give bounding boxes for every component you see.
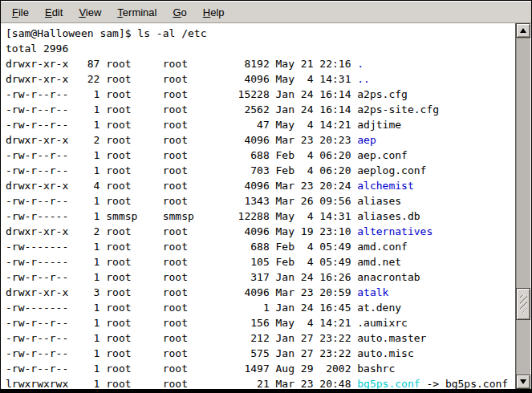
terminal-line: -rw-r--r-- 1 root root 575 Jan 27 23:22 …: [6, 346, 517, 361]
line-text: [sam@Halloween sam]$ ls -al /etc: [6, 27, 206, 39]
line-text: drwxr-xr-x 22 root root 4096 May 4 14:31: [6, 73, 357, 85]
line-text: drwxr-xr-x 2 root root 4096 May 19 23:10: [6, 225, 357, 237]
terminal-line: drwxr-xr-x 87 root root 8192 May 21 22:1…: [6, 56, 517, 71]
terminal-window: FileEditViewTerminalGoHelp [sam@Hallowee…: [0, 0, 532, 393]
directory-name: alternatives: [357, 225, 433, 237]
terminal-line: drwxr-xr-x 22 root root 4096 May 4 14:31…: [6, 71, 517, 87]
line-text: -rw-r--r-- 1 root root 47 May 4 14:21 ad…: [6, 119, 401, 131]
terminal-line: lrwxrwxrwx 1 root root 21 Mar 23 20:48 b…: [6, 376, 517, 389]
line-text: lrwxrwxrwx 1 root root 21 Mar 23 20:48: [6, 378, 357, 389]
terminal-line: -rw-r--r-- 1 root root 2562 Jan 24 16:14…: [6, 102, 517, 117]
menu-item-terminal[interactable]: Terminal: [109, 3, 164, 22]
terminal-line: [sam@Halloween sam]$ ls -al /etc: [6, 26, 517, 41]
line-text: -rw-r--r-- 1 root root 688 Feb 4 06:20 a…: [6, 149, 408, 161]
terminal-line: -rw-r--r-- 1 root root 703 Feb 4 06:20 a…: [6, 163, 517, 178]
scroll-up-button[interactable]: [516, 23, 530, 38]
scrollbar-grip-icon: [520, 295, 527, 313]
line-text: -rw-r--r-- 1 root root 15228 Jan 24 16:1…: [6, 88, 408, 100]
terminal-line: -rw-r--r-- 1 root root 317 Jan 24 16:26 …: [6, 269, 517, 285]
line-text: -rw-r--r-- 1 root root 703 Feb 4 06:20 a…: [6, 164, 426, 176]
directory-name: ..: [357, 73, 370, 85]
menu-item-edit[interactable]: Edit: [37, 3, 71, 22]
menu-item-view[interactable]: View: [71, 3, 109, 22]
line-text: -rw-r--r-- 1 root root 212 Jan 27 23:22 …: [6, 332, 426, 344]
line-text: -rw-r----- 1 root root 105 Feb 4 05:49 a…: [6, 256, 401, 268]
vertical-scrollbar: [515, 23, 530, 389]
symlink-target: -> bg5ps.conf: [420, 378, 509, 389]
line-text: -rw------- 1 root root 1 Jan 24 16:45 at…: [6, 302, 401, 314]
terminal-line: -rw------- 1 root root 1 Jan 24 16:45 at…: [6, 300, 517, 315]
terminal-line: drwxr-xr-x 4 root root 4096 Mar 23 20:24…: [6, 178, 517, 193]
menu-item-go[interactable]: Go: [164, 3, 194, 22]
line-text: -rw-r--r-- 1 root root 575 Jan 27 23:22 …: [6, 347, 414, 359]
line-text: drwxr-xr-x 3 root root 4096 Mar 23 20:59: [6, 286, 357, 298]
line-text: drwxr-xr-x 4 root root 4096 Mar 23 20:24: [6, 180, 357, 192]
terminal-line: -rw-r--r-- 1 root root 688 Feb 4 06:20 a…: [6, 148, 517, 163]
terminal-line: -rw------- 1 root root 688 Feb 4 05:49 a…: [6, 239, 517, 254]
line-text: total 2996: [6, 43, 68, 55]
terminal-line: drwxr-xr-x 3 root root 4096 Mar 23 20:59…: [6, 285, 517, 300]
directory-name: alchemist: [357, 180, 413, 192]
terminal-line: total 2996: [6, 41, 517, 56]
terminal-line: -rw-r--r-- 1 root root 156 May 4 14:21 .…: [6, 315, 517, 330]
line-text: drwxr-xr-x 2 root root 4096 Mar 23 20:23: [6, 134, 357, 146]
line-text: -rw-r----- 1 smmsp smmsp 12288 May 4 14:…: [6, 210, 420, 222]
terminal-output[interactable]: [sam@Halloween sam]$ ls -al /etctotal 29…: [2, 23, 517, 389]
directory-name: .: [357, 58, 363, 70]
terminal-line: -rw-r----- 1 smmsp smmsp 12288 May 4 14:…: [6, 209, 517, 224]
terminal-line: -rw-r----- 1 root root 105 Feb 4 05:49 a…: [6, 254, 517, 269]
terminal-line: -rw-r--r-- 1 root root 1497 Aug 29 2002 …: [6, 361, 517, 376]
terminal-line: -rw-r--r-- 1 root root 212 Jan 27 23:22 …: [6, 330, 517, 346]
directory-name: aep: [357, 134, 376, 146]
menu-bar: FileEditViewTerminalGoHelp: [1, 1, 531, 23]
terminal-line: -rw-r--r-- 1 root root 15228 Jan 24 16:1…: [6, 87, 517, 102]
line-text: -rw-r--r-- 1 root root 156 May 4 14:21 .…: [6, 317, 408, 329]
line-text: -rw-r--r-- 1 root root 2562 Jan 24 16:14…: [6, 103, 439, 115]
symlink-name: bg5ps.conf: [357, 378, 420, 389]
menu-item-file[interactable]: File: [4, 3, 37, 22]
window-frame-bottom: [1, 389, 531, 392]
line-text: -rw------- 1 root root 688 Feb 4 05:49 a…: [6, 241, 408, 253]
scroll-down-icon: [520, 379, 526, 384]
line-text: -rw-r--r-- 1 root root 1343 Mar 26 09:56…: [6, 195, 401, 207]
line-text: -rw-r--r-- 1 root root 1497 Aug 29 2002 …: [6, 363, 395, 375]
terminal-line: -rw-r--r-- 1 root root 1343 Mar 26 09:56…: [6, 193, 517, 209]
scrollbar-track[interactable]: [516, 38, 530, 375]
terminal-line: drwxr-xr-x 2 root root 4096 Mar 23 20:23…: [6, 132, 517, 148]
scroll-up-icon: [520, 28, 526, 33]
scrollbar-thumb[interactable]: [516, 288, 530, 320]
menu-item-help[interactable]: Help: [195, 3, 233, 22]
directory-name: atalk: [357, 286, 388, 298]
line-text: -rw-r--r-- 1 root root 317 Jan 24 16:26 …: [6, 271, 420, 283]
line-text: drwxr-xr-x 87 root root 8192 May 21 22:1…: [6, 58, 357, 70]
scroll-down-button[interactable]: [516, 375, 530, 389]
terminal-line: drwxr-xr-x 2 root root 4096 May 19 23:10…: [6, 224, 517, 239]
terminal-line: -rw-r--r-- 1 root root 47 May 4 14:21 ad…: [6, 117, 517, 132]
